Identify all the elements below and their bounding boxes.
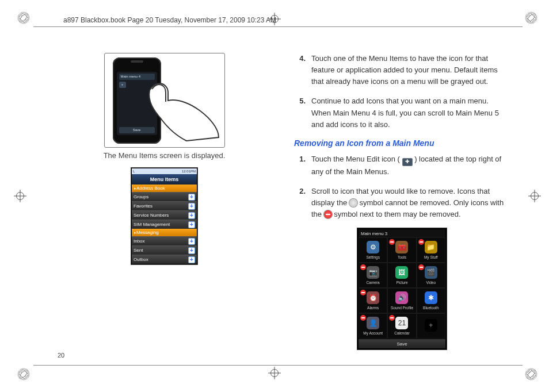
status-time: 12:01PM [182,170,196,173]
app-label: Camera [367,280,380,285]
locked-symbol-icon [349,199,357,207]
step-text: Continue to add Icons that you want on a… [311,95,510,130]
app-cell: 📁My Stuff [417,237,445,263]
add-icon: + [188,256,195,263]
registration-mark-icon [14,190,26,202]
app-label: Picture [396,280,407,285]
app-label: My Account [363,331,383,335]
app-label: Settings [366,255,380,259]
app-label: Tools [398,255,406,259]
app-label: Alarms [367,306,379,310]
instruction-step: 4.Touch one of the Menu Items to have th… [294,53,510,87]
save-bar: Save [359,339,445,348]
remove-symbol-icon [418,239,424,245]
crop-line [33,365,523,366]
menu-row-label: Groups [134,194,148,199]
menu-row-label: Service Numbers [134,213,169,218]
app-icon: + [425,319,437,332]
app-icon: 👤 [367,317,379,329]
app-icon: ⚙ [367,241,379,253]
add-icon: + [119,82,126,88]
menu-row: Favorites+ [132,201,197,210]
app-icon: 21 [395,317,408,329]
app-label: Bluetooth [423,306,439,310]
remove-symbol-icon [389,315,395,321]
page-number: 20 [58,352,64,359]
registration-mark-icon [528,190,541,202]
menu-items-screenshot: L 12:01PM Menu Items Address BookGroups+… [131,168,197,264]
app-cell: ✱Bluetooth [417,288,445,313]
section-header: Messaging [132,229,197,236]
add-icon: + [188,221,195,228]
remove-symbol-icon [418,264,424,270]
crop-line [33,26,523,27]
app-icon: 📁 [425,241,437,253]
app-label: Calendar [394,331,409,335]
menu-row: Service Numbers+ [132,210,197,220]
add-icon: + [188,238,195,245]
remove-symbol-icon [360,315,366,321]
app-icon: 🎬 [425,266,437,279]
figure-caption: The Menu Items screen is displayed. [104,151,226,160]
menu-row-label: Outbox [134,257,148,262]
instruction-step: 1. Touch the Menu Edit icon ( ✚ ) locate… [294,153,510,178]
step-text: Touch the Menu Edit icon ( [311,155,400,163]
app-cell: 21Calendar [387,313,416,339]
menu-row: Inbox+ [132,236,197,245]
step-number: 2. [294,186,311,220]
phone-hand-illustration: Main menu 4 + Save [104,53,225,148]
app-label: Video [426,280,436,285]
app-icon: 🖼 [395,266,408,279]
screenshot-title: Menu Items [132,174,197,185]
app-icon: 📷 [367,266,379,279]
menu-row: Groups+ [132,192,197,201]
subheading: Removing an Icon from a Main Menu [294,139,510,148]
page-header-label: a897 Blackbox.book Page 20 Tuesday, Nove… [63,16,276,24]
rosette-icon [524,10,539,25]
remove-symbol-icon [324,210,332,218]
screenshot-title: Main menu 3 [359,229,445,237]
app-cell: 🖼Picture [387,263,416,288]
app-icon: ⏰ [367,291,379,304]
app-cell: 📷Camera [359,263,387,288]
app-icon: 🔊 [395,291,408,304]
remove-symbol-icon [360,264,366,270]
remove-symbol-icon [389,239,395,245]
app-cell: + [417,313,445,339]
rosette-icon [16,10,31,25]
step-text: symbol next to them may be removed. [334,210,460,218]
menu-row: Sent+ [132,245,197,255]
app-cell: 🔊Sound Profile [387,288,416,313]
app-cell: ⚙Settings [359,237,387,263]
menu-row-label: Favorites [134,203,152,209]
menu-row-label: Inbox [134,239,145,244]
menu-row: SIM Management+ [132,220,197,229]
app-label: My Stuff [424,255,438,259]
menu-row: Outbox+ [132,255,197,264]
remove-symbol-icon [360,290,366,295]
step-number: 5. [294,95,311,130]
instruction-step: 5.Continue to add Icons that you want on… [294,95,510,130]
add-icon: + [188,194,195,201]
step-number: 4. [294,53,311,87]
menu-row-label: SIM Management [134,222,170,227]
rosette-icon [16,367,31,382]
section-header: Address Book [132,185,197,192]
add-icon: + [188,247,195,254]
app-icon: ✱ [425,291,437,304]
registration-mark-icon [268,367,281,379]
app-cell: 🧰Tools [387,237,416,263]
app-cell: ⏰Alarms [359,288,387,313]
app-label: Sound Profile [391,306,413,310]
app-icon: 🧰 [395,241,408,253]
instruction-step: 2. Scroll to icon that you would like to… [294,186,510,220]
step-number: 1. [294,153,311,178]
menu-edit-icon: ✚ [402,158,413,166]
add-icon: + [188,203,195,210]
app-cell: 🎬Video [417,263,445,288]
step-text: Touch one of the Menu Items to have the … [311,53,510,87]
hand-icon [145,73,220,142]
add-icon: + [188,212,195,219]
rosette-icon [524,367,539,382]
menu-row-label: Sent [134,248,143,253]
